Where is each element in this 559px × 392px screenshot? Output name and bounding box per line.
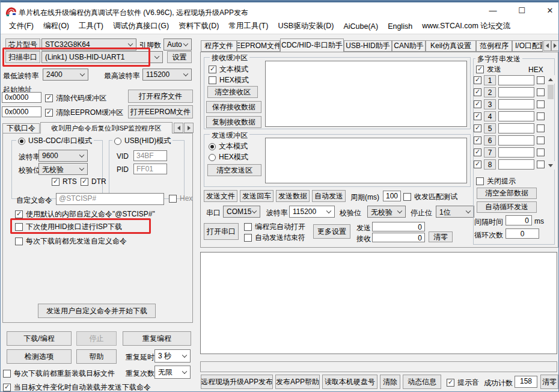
menu-file[interactable]: 文件(F) <box>4 19 38 34</box>
beep-checkbox[interactable] <box>447 379 454 387</box>
auto-open-row[interactable]: 编程完自动打开 <box>244 222 305 232</box>
multi-send-enable-checkbox[interactable] <box>476 66 484 73</box>
send-text-mode-radio[interactable] <box>209 143 216 150</box>
rts-checkbox[interactable] <box>52 178 60 186</box>
multi-scroll-down-button[interactable] <box>546 161 555 170</box>
hid-mode-radio-row[interactable]: USB(HID)模式 <box>112 136 173 146</box>
send-before-checkbox[interactable] <box>15 237 23 245</box>
menu-stcai-forum[interactable]: www.STCAI.com 论坛交流 <box>417 19 515 34</box>
multi-row-number-button[interactable]: 2 <box>484 87 496 97</box>
cdc-mode-radio[interactable] <box>18 138 25 145</box>
menu-downloads[interactable]: 资料下载(D) <box>174 19 224 34</box>
loop-count-field[interactable]: 0 <box>506 228 539 239</box>
recv-hex-mode-checkbox[interactable] <box>209 76 216 84</box>
send-before-checkbox-row[interactable]: 每次下载前都先发送自定义命令 <box>15 236 127 247</box>
reload-checkbox-row[interactable]: 每次下载前都重新装载目标文件 <box>3 369 115 379</box>
recv-hex-mode-row[interactable]: HEX模式 <box>209 75 249 85</box>
interval-field[interactable]: 0 <box>506 215 532 225</box>
tab-scroll-left-button[interactable] <box>174 123 183 133</box>
tab-program-file[interactable]: 程序文件 <box>201 40 237 52</box>
open-program-button[interactable]: 打开程序文件 <box>128 90 193 103</box>
multi-row-number-button[interactable]: 1 <box>484 75 496 85</box>
menu-usb-driver[interactable]: USB驱动安装(D) <box>273 19 338 34</box>
minimize-button[interactable]: — <box>486 5 499 16</box>
tab-scroll-right-button[interactable] <box>184 123 194 133</box>
default-cmd-checkbox[interactable] <box>15 210 23 218</box>
hid-next-checkbox-row[interactable]: 下次使用HID接口进行ISP下载 <box>15 222 122 232</box>
multi-row-hex-checkbox[interactable] <box>537 76 545 84</box>
tab-scroll-left-button[interactable] <box>543 40 551 51</box>
send-cr-button[interactable]: 发送回车 <box>240 190 273 202</box>
dtr-checkbox-row[interactable]: DTR <box>81 177 106 186</box>
multi-send-enable-row[interactable]: 发送 <box>476 64 501 75</box>
check-options-button[interactable]: 检测选项 <box>7 349 72 364</box>
multi-row-number-button[interactable]: 6 <box>484 135 496 145</box>
default-cmd-checkbox-row[interactable]: 使用默认的内部自定义命令"@STCISP#" <box>15 209 155 219</box>
tab-usb-hid[interactable]: USB-HID助手 <box>344 40 392 52</box>
auto-open-checkbox[interactable] <box>244 223 252 231</box>
help-button[interactable]: 帮助 <box>76 349 117 364</box>
autoload-checkbox[interactable] <box>3 384 11 391</box>
multi-row-enable-checkbox[interactable] <box>474 88 481 96</box>
clear-send-button[interactable]: 清空发送区 <box>207 164 261 176</box>
port-settings-button[interactable]: 设置 <box>167 51 192 63</box>
multi-row-hex-checkbox[interactable] <box>537 124 545 132</box>
custom-cmd-field[interactable]: @STCISP# <box>56 193 164 205</box>
serial-stop-select[interactable]: 1位 <box>436 206 474 218</box>
tab-examples[interactable]: 范例程序 <box>476 40 512 52</box>
menu-program[interactable]: 编程(O) <box>38 19 74 34</box>
download-button[interactable]: 下载/编程 <box>7 331 72 346</box>
clear-code-checkbox[interactable] <box>45 94 53 102</box>
tx-count-field[interactable]: 0 <box>372 222 425 231</box>
cdc-mode-radio-row[interactable]: USB-CDC/串口模式 <box>16 136 94 146</box>
custom-cmd-hex-row[interactable]: Hex <box>169 194 192 203</box>
multi-row-input[interactable] <box>498 75 534 85</box>
multi-row-number-button[interactable]: 5 <box>484 123 496 133</box>
success-count-field[interactable]: 158 <box>515 376 537 388</box>
tab-download-password[interactable]: 下载口令 <box>2 123 40 133</box>
menu-debug-interface[interactable]: 调试仿真接口(G) <box>108 19 174 34</box>
chip-model-select[interactable]: STC32G8K64 <box>41 38 136 51</box>
multi-row-input[interactable] <box>498 123 534 133</box>
auto-send-button[interactable]: 自动发送 <box>312 190 346 202</box>
copy-receive-button[interactable]: 复制接收数据 <box>206 116 261 128</box>
dtr-checkbox[interactable] <box>81 178 88 186</box>
dynamic-info-button[interactable]: 动态信息 <box>403 375 441 389</box>
multi-row-enable-checkbox[interactable] <box>474 136 481 144</box>
multi-row-hex-checkbox[interactable] <box>537 100 545 108</box>
hid-next-checkbox[interactable] <box>15 223 23 231</box>
close-tip-row[interactable]: 关闭提示 <box>476 176 516 186</box>
scan-port-select[interactable]: (Link1) USB-HID-UART1 <box>41 51 163 63</box>
publish-app-help-button[interactable]: 发布APP帮助 <box>275 375 320 389</box>
rx-count-field[interactable]: 0 <box>372 233 425 242</box>
multi-row-enable-checkbox[interactable] <box>474 100 481 108</box>
send-hex-mode-radio[interactable] <box>209 154 216 161</box>
hid-mode-radio[interactable] <box>114 138 121 145</box>
cdc-parity-select[interactable]: 无校验 <box>38 163 88 175</box>
repeat-delay-select[interactable]: 3 秒 <box>154 349 191 363</box>
stop-button[interactable]: 停止 <box>76 331 117 346</box>
send-hex-mode-row[interactable]: HEX模式 <box>209 152 248 162</box>
period-field[interactable]: 100 <box>383 191 401 201</box>
max-baud-select[interactable]: 115200 <box>142 69 192 81</box>
recv-text-mode-checkbox[interactable] <box>209 66 216 73</box>
autoload-checkbox-row[interactable]: 当目标文件变化时自动装载并发送下载命令 <box>3 382 151 392</box>
multi-row-input[interactable] <box>498 87 534 97</box>
menu-english[interactable]: English <box>383 20 417 33</box>
close-button[interactable]: ✕ <box>543 5 557 16</box>
clear-all-data-button[interactable]: 清空全部数据 <box>477 188 537 199</box>
multi-row-enable-checkbox[interactable] <box>474 161 481 168</box>
multi-row-input[interactable] <box>498 135 534 145</box>
tab-cdc-hid-serial[interactable]: CDC/HID-串口助手 <box>280 38 344 52</box>
close-tip-checkbox[interactable] <box>476 177 484 185</box>
more-settings-button[interactable]: 更多设置 <box>313 224 350 239</box>
multi-row-enable-checkbox[interactable] <box>474 76 481 84</box>
open-serial-button[interactable]: 打开串口 <box>204 223 239 240</box>
save-receive-button[interactable]: 保存接收数据 <box>206 101 261 113</box>
tab-scroll-right-button[interactable] <box>551 40 559 51</box>
multi-row-input[interactable] <box>498 159 534 170</box>
clear-code-checkbox-row[interactable]: 清除代码缓冲区 <box>45 93 106 103</box>
beep-checkbox-row[interactable]: 提示音 <box>447 378 479 388</box>
cdc-baud-select[interactable]: 9600 <box>38 150 88 162</box>
multi-row-hex-checkbox[interactable] <box>537 161 545 168</box>
